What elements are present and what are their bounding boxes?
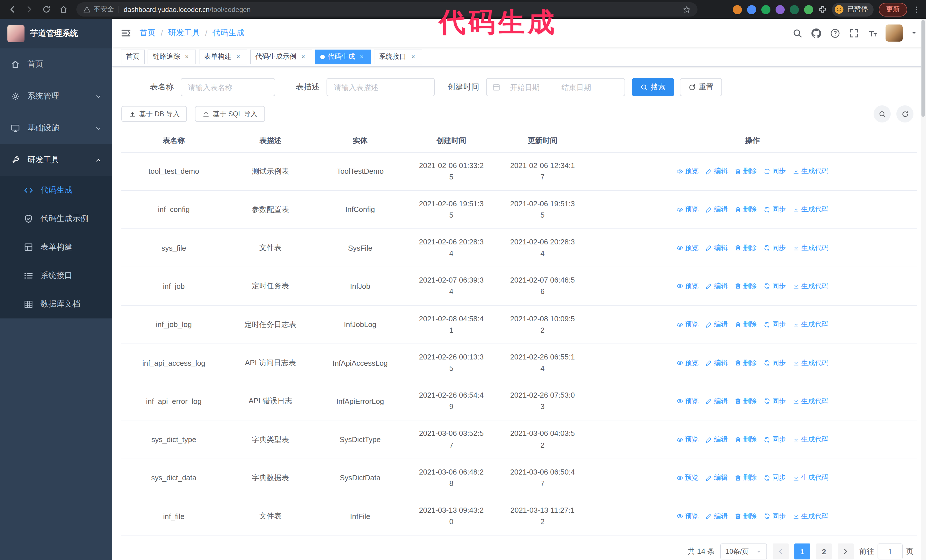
- profile-chip[interactable]: 已暂停: [832, 3, 873, 16]
- browser-forward-button[interactable]: [23, 3, 35, 16]
- generate-code-link[interactable]: 生成代码: [793, 166, 829, 176]
- sidebar-item-home[interactable]: 首页: [0, 48, 112, 80]
- generate-code-link[interactable]: 生成代码: [793, 473, 829, 483]
- generate-code-link[interactable]: 生成代码: [793, 281, 829, 291]
- page-size-select[interactable]: 10条/页: [720, 544, 767, 560]
- sync-link[interactable]: 同步: [764, 243, 786, 253]
- edit-link[interactable]: 编辑: [705, 397, 728, 406]
- user-avatar[interactable]: [885, 24, 903, 42]
- import-sql-button[interactable]: 基于 SQL 导入: [195, 106, 265, 122]
- preview-link[interactable]: 预览: [676, 205, 699, 214]
- tab-form-builder[interactable]: 表单构建×: [199, 49, 247, 64]
- edit-link[interactable]: 编辑: [705, 166, 728, 176]
- tab-codegen[interactable]: 代码生成×: [315, 49, 371, 64]
- generate-code-link[interactable]: 生成代码: [793, 205, 829, 214]
- generate-code-link[interactable]: 生成代码: [793, 358, 829, 368]
- sync-link[interactable]: 同步: [764, 320, 786, 329]
- sync-link[interactable]: 同步: [764, 473, 786, 483]
- generate-code-link[interactable]: 生成代码: [793, 243, 829, 253]
- generate-code-link[interactable]: 生成代码: [793, 320, 829, 329]
- preview-link[interactable]: 预览: [676, 435, 699, 444]
- preview-link[interactable]: 预览: [676, 281, 699, 291]
- extension-icon[interactable]: [747, 5, 756, 14]
- edit-link[interactable]: 编辑: [705, 473, 728, 483]
- preview-link[interactable]: 预览: [676, 243, 699, 253]
- github-icon[interactable]: [811, 28, 821, 38]
- sidebar-item-system[interactable]: 系统管理: [0, 80, 112, 112]
- page-scrollbar[interactable]: [921, 19, 926, 560]
- tab-close-icon[interactable]: ×: [299, 53, 307, 61]
- table-desc-input[interactable]: [327, 78, 435, 96]
- breadcrumb-item[interactable]: 研发工具: [168, 28, 200, 38]
- sync-link[interactable]: 同步: [764, 358, 786, 368]
- toggle-search-button[interactable]: [873, 106, 891, 122]
- tab-system-api[interactable]: 系统接口×: [374, 49, 422, 64]
- search-icon[interactable]: [793, 28, 802, 38]
- tab-close-icon[interactable]: ×: [234, 53, 242, 61]
- table-name-input[interactable]: [181, 78, 275, 96]
- browser-home-button[interactable]: [57, 3, 70, 16]
- sidebar-subitem-codegen-example[interactable]: 代码生成示例: [0, 205, 112, 233]
- scrollbar-thumb[interactable]: [921, 20, 925, 117]
- delete-link[interactable]: 删除: [735, 320, 757, 329]
- extension-icon[interactable]: [804, 5, 813, 14]
- edit-link[interactable]: 编辑: [705, 281, 728, 291]
- preview-link[interactable]: 预览: [676, 397, 699, 406]
- extension-icon[interactable]: [761, 5, 770, 14]
- goto-page-input[interactable]: [878, 544, 903, 560]
- delete-link[interactable]: 删除: [735, 358, 757, 368]
- reset-button[interactable]: 重置: [680, 78, 722, 96]
- generate-code-link[interactable]: 生成代码: [793, 511, 829, 521]
- delete-link[interactable]: 删除: [735, 473, 757, 483]
- extensions-puzzle-icon[interactable]: [818, 5, 827, 14]
- extension-icon[interactable]: [776, 5, 785, 14]
- delete-link[interactable]: 删除: [735, 511, 757, 521]
- extension-icon[interactable]: [790, 5, 799, 14]
- bookmark-star-icon[interactable]: [683, 5, 691, 14]
- browser-menu-icon[interactable]: [912, 5, 920, 14]
- tab-trace[interactable]: 链路追踪×: [148, 49, 196, 64]
- edit-link[interactable]: 编辑: [705, 358, 728, 368]
- preview-link[interactable]: 预览: [676, 358, 699, 368]
- delete-link[interactable]: 删除: [735, 205, 757, 214]
- next-page-button[interactable]: [838, 544, 853, 560]
- sync-link[interactable]: 同步: [764, 205, 786, 214]
- preview-link[interactable]: 预览: [676, 511, 699, 521]
- sync-link[interactable]: 同步: [764, 435, 786, 444]
- font-size-icon[interactable]: [868, 28, 878, 38]
- start-date-input[interactable]: [504, 83, 545, 91]
- sync-link[interactable]: 同步: [764, 511, 786, 521]
- generate-code-link[interactable]: 生成代码: [793, 397, 829, 406]
- tab-codegen-example[interactable]: 代码生成示例×: [250, 49, 312, 64]
- search-button[interactable]: 搜索: [632, 78, 674, 96]
- page-button-2[interactable]: 2: [816, 544, 832, 560]
- delete-link[interactable]: 删除: [735, 397, 757, 406]
- help-icon[interactable]: [830, 28, 840, 38]
- fullscreen-icon[interactable]: [849, 28, 859, 38]
- import-db-button[interactable]: 基于 DB 导入: [121, 106, 187, 122]
- edit-link[interactable]: 编辑: [705, 243, 728, 253]
- end-date-input[interactable]: [556, 83, 597, 91]
- sidebar-subitem-system-api[interactable]: 系统接口: [0, 261, 112, 290]
- page-button-1[interactable]: 1: [794, 544, 810, 560]
- preview-link[interactable]: 预览: [676, 473, 699, 483]
- preview-link[interactable]: 预览: [676, 320, 699, 329]
- date-range-picker[interactable]: -: [486, 78, 625, 96]
- sync-link[interactable]: 同步: [764, 281, 786, 291]
- refresh-table-button[interactable]: [896, 106, 914, 122]
- sync-link[interactable]: 同步: [764, 166, 786, 176]
- edit-link[interactable]: 编辑: [705, 435, 728, 444]
- edit-link[interactable]: 编辑: [705, 320, 728, 329]
- sidebar-subitem-form-builder[interactable]: 表单构建: [0, 233, 112, 261]
- tab-home[interactable]: 首页: [121, 49, 145, 64]
- address-bar[interactable]: 不安全 dashboard.yudao.iocoder.cn/tool/code…: [76, 2, 698, 17]
- sync-link[interactable]: 同步: [764, 397, 786, 406]
- delete-link[interactable]: 删除: [735, 166, 757, 176]
- sidebar-subitem-db-doc[interactable]: 数据库文档: [0, 290, 112, 318]
- edit-link[interactable]: 编辑: [705, 205, 728, 214]
- tab-close-icon[interactable]: ×: [358, 53, 366, 61]
- delete-link[interactable]: 删除: [735, 435, 757, 444]
- app-logo[interactable]: 芋道管理系统: [0, 19, 112, 48]
- browser-update-button[interactable]: 更新: [879, 3, 907, 16]
- breadcrumb-item[interactable]: 首页: [139, 28, 156, 38]
